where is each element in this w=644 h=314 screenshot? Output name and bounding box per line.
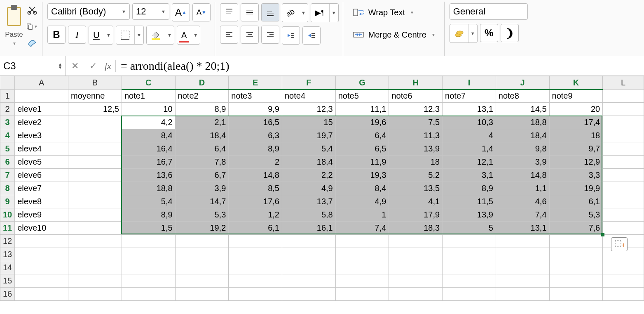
cell[interactable]: 6,4 bbox=[175, 142, 229, 156]
cell[interactable]: eleve2 bbox=[15, 116, 68, 129]
cell[interactable] bbox=[496, 235, 549, 248]
cell[interactable]: 5,4 bbox=[282, 142, 336, 156]
cell[interactable] bbox=[175, 235, 229, 248]
cell[interactable]: 15 bbox=[282, 116, 336, 129]
cell[interactable] bbox=[603, 169, 644, 182]
cell[interactable]: 12,5 bbox=[68, 103, 122, 116]
cell[interactable]: 1,5 bbox=[122, 222, 175, 235]
cell[interactable] bbox=[175, 248, 229, 261]
row-header[interactable]: 10 bbox=[0, 208, 15, 222]
cell[interactable] bbox=[68, 195, 122, 208]
column-header[interactable]: C bbox=[122, 76, 175, 90]
merge-centre-button[interactable]: Merge & Centre ▼ bbox=[348, 26, 440, 44]
cell[interactable]: 13,7 bbox=[282, 195, 336, 208]
column-header[interactable]: I bbox=[443, 76, 496, 90]
cell[interactable] bbox=[335, 274, 389, 288]
cell[interactable]: 19,9 bbox=[549, 182, 603, 195]
cell[interactable]: note9 bbox=[549, 90, 603, 103]
cell[interactable] bbox=[68, 222, 122, 235]
format-painter-button[interactable] bbox=[26, 37, 38, 49]
cell[interactable]: 18,8 bbox=[496, 116, 549, 129]
cell[interactable]: 1 bbox=[335, 208, 389, 222]
cell[interactable] bbox=[15, 235, 68, 248]
cell[interactable]: 13,1 bbox=[496, 222, 549, 235]
copy-button[interactable]: ▼ bbox=[26, 21, 38, 32]
cell[interactable] bbox=[389, 274, 443, 288]
cell[interactable] bbox=[68, 116, 122, 129]
cell[interactable] bbox=[68, 156, 122, 169]
cell[interactable] bbox=[603, 274, 644, 288]
cell[interactable]: 7,6 bbox=[549, 222, 603, 235]
cell[interactable] bbox=[229, 274, 282, 288]
cell[interactable] bbox=[549, 261, 603, 274]
cell[interactable]: eleve1 bbox=[15, 103, 68, 116]
font-size-combo[interactable]: 12▼ bbox=[132, 3, 169, 20]
align-center-button[interactable] bbox=[241, 26, 259, 44]
cell[interactable]: 3,1 bbox=[443, 169, 496, 182]
cell[interactable] bbox=[549, 274, 603, 288]
borders-button[interactable]: ▼ bbox=[116, 26, 144, 45]
cell[interactable]: 4,2 bbox=[122, 116, 175, 129]
cell[interactable]: eleve8 bbox=[15, 195, 68, 208]
wrap-text-button[interactable]: Wrap Text ▼ bbox=[348, 3, 440, 21]
cell[interactable] bbox=[603, 288, 644, 301]
cell[interactable] bbox=[175, 288, 229, 301]
cell[interactable] bbox=[68, 182, 122, 195]
cell[interactable] bbox=[549, 288, 603, 301]
cell[interactable]: 14,8 bbox=[229, 169, 282, 182]
cell[interactable] bbox=[603, 129, 644, 142]
cell[interactable]: 2,2 bbox=[282, 169, 336, 182]
column-header[interactable]: H bbox=[389, 76, 443, 90]
cell[interactable] bbox=[496, 248, 549, 261]
cell[interactable]: eleve10 bbox=[15, 222, 68, 235]
cell[interactable]: 11,9 bbox=[335, 156, 389, 169]
cell[interactable] bbox=[335, 288, 389, 301]
cell[interactable]: note8 bbox=[496, 90, 549, 103]
cell[interactable] bbox=[15, 288, 68, 301]
column-header[interactable]: G bbox=[335, 76, 389, 90]
cell[interactable]: 4,9 bbox=[282, 182, 336, 195]
cell[interactable] bbox=[15, 248, 68, 261]
cell[interactable] bbox=[122, 274, 175, 288]
cell[interactable]: eleve6 bbox=[15, 169, 68, 182]
cell[interactable] bbox=[389, 288, 443, 301]
cell[interactable]: 1,4 bbox=[443, 142, 496, 156]
cell[interactable]: note6 bbox=[389, 90, 443, 103]
select-all-corner[interactable] bbox=[0, 76, 15, 90]
cell[interactable]: 13,6 bbox=[122, 169, 175, 182]
cell[interactable] bbox=[335, 261, 389, 274]
increase-indent-button[interactable] bbox=[302, 26, 321, 45]
cell[interactable] bbox=[603, 103, 644, 116]
cell[interactable]: 20 bbox=[549, 103, 603, 116]
cell[interactable]: 8,5 bbox=[229, 182, 282, 195]
cell[interactable] bbox=[389, 235, 443, 248]
column-header[interactable]: J bbox=[496, 76, 549, 90]
cell[interactable]: 7,8 bbox=[175, 156, 229, 169]
cell[interactable]: 17,6 bbox=[229, 195, 282, 208]
align-top-button[interactable] bbox=[220, 3, 238, 21]
grow-font-button[interactable]: A▲ bbox=[172, 3, 190, 21]
cell[interactable]: 17,4 bbox=[549, 116, 603, 129]
cell[interactable]: 3,3 bbox=[549, 169, 603, 182]
cell[interactable]: 18 bbox=[389, 156, 443, 169]
cell[interactable] bbox=[603, 116, 644, 129]
cell[interactable]: note3 bbox=[229, 90, 282, 103]
fx-label[interactable]: fx bbox=[102, 61, 114, 71]
cell[interactable]: 10,3 bbox=[443, 116, 496, 129]
cell[interactable]: 4,6 bbox=[496, 195, 549, 208]
cell[interactable]: 9,7 bbox=[549, 142, 603, 156]
cell[interactable]: eleve4 bbox=[15, 142, 68, 156]
cell[interactable] bbox=[282, 248, 336, 261]
cell[interactable] bbox=[282, 274, 336, 288]
cell[interactable]: eleve9 bbox=[15, 208, 68, 222]
cell[interactable]: 6,1 bbox=[549, 195, 603, 208]
column-header[interactable]: B bbox=[68, 76, 122, 90]
row-header[interactable]: 7 bbox=[0, 169, 15, 182]
cell[interactable] bbox=[549, 235, 603, 248]
cell[interactable]: 6,3 bbox=[229, 129, 282, 142]
cell[interactable]: 5,4 bbox=[122, 195, 175, 208]
column-header[interactable]: L bbox=[603, 76, 644, 90]
cell[interactable]: 10 bbox=[122, 103, 175, 116]
row-header[interactable]: 2 bbox=[0, 103, 15, 116]
cell[interactable]: 7,4 bbox=[496, 208, 549, 222]
